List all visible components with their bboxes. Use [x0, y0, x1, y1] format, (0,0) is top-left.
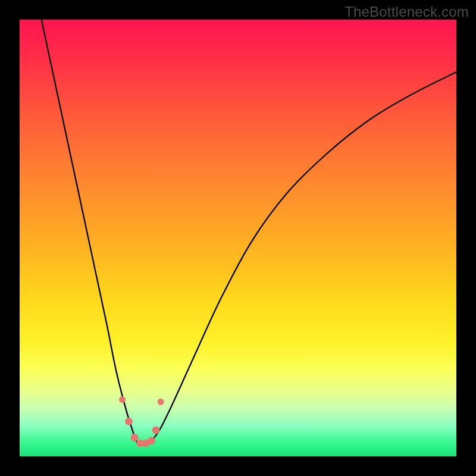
highlight-dot [152, 427, 160, 434]
highlight-dot [119, 396, 126, 403]
highlight-dot [125, 418, 133, 425]
curve-svg [20, 20, 456, 456]
highlight-dots [119, 396, 164, 447]
watermark-text: TheBottleneck.com [345, 4, 469, 20]
plot-area [20, 20, 456, 456]
bottleneck-curve [42, 20, 456, 444]
chart-frame: TheBottleneck.com [0, 0, 476, 476]
highlight-dot [148, 437, 155, 444]
highlight-dot [158, 399, 164, 405]
highlight-dot [131, 434, 139, 441]
